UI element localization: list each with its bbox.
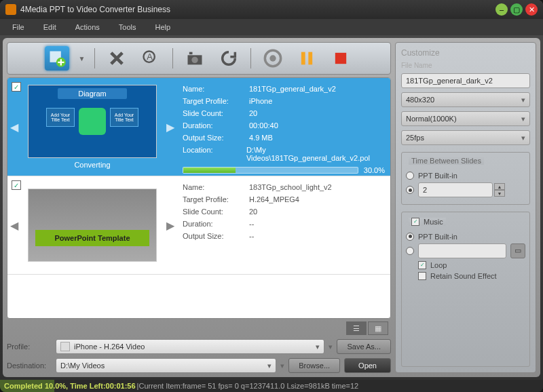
thumbnail-wrap: PowerPoint Template <box>21 176 164 274</box>
left-column: ▼ A ✓ ◀ <box>7 42 391 373</box>
music-browse-button[interactable]: ▭ <box>510 243 525 258</box>
profile-combo[interactable]: iPhone - H.264 Video <box>56 339 324 354</box>
custom-time-radio[interactable] <box>406 186 414 194</box>
refresh-button[interactable] <box>217 46 241 71</box>
thumbnail-wrap: Diagram Add Your Title Text Add Your Tit… <box>21 78 164 176</box>
label-slides: Slide Count: <box>183 208 244 216</box>
value-name: 183TGp_school_light_v2 <box>249 183 332 191</box>
bitrate-combo[interactable]: Normal(1000K) <box>401 111 530 126</box>
item-checkbox[interactable]: ✓ <box>12 82 21 92</box>
profile-label: Profile: <box>7 342 52 351</box>
label-size: Output Size: <box>183 134 244 142</box>
browse-button[interactable]: Browse... <box>288 358 340 373</box>
label-target: Target Profile: <box>183 195 244 203</box>
progress-percent: 30.0% <box>364 166 385 174</box>
time-between-group: Time Between Slides PPT Built-in 2 ▲▼ <box>401 152 530 205</box>
folder-icon: ▭ <box>514 246 521 255</box>
progress-bar <box>183 167 358 174</box>
music-file-input[interactable] <box>418 243 506 258</box>
thumb-title: Diagram <box>58 88 127 99</box>
ppt-builtin-label: PPT Built-in <box>418 172 457 180</box>
list-item[interactable]: ✓ ◀ PowerPoint Template ▶ Name:183TGp_sc… <box>7 176 390 275</box>
fps-combo[interactable]: 25fps <box>401 130 530 145</box>
thumb-cylinder <box>79 108 106 135</box>
file-name-input[interactable]: 181TGp_general_dark_v2 <box>401 73 530 88</box>
svg-rect-10 <box>309 52 313 65</box>
music-builtin-radio[interactable] <box>406 233 414 241</box>
resolution-combo[interactable]: 480x320 <box>401 92 530 107</box>
app-icon <box>5 4 16 15</box>
list-view-button[interactable]: ☰ <box>346 321 367 335</box>
minimize-button[interactable]: – <box>495 3 508 16</box>
phone-icon <box>60 342 70 351</box>
stop-button[interactable] <box>329 46 353 71</box>
label-name: Name: <box>183 85 244 93</box>
delete-button[interactable] <box>105 46 129 71</box>
thumbnail: PowerPoint Template <box>28 189 157 262</box>
time-input[interactable]: 2 <box>418 182 493 197</box>
menubar: File Edit Actions Tools Help <box>0 19 543 35</box>
destination-combo[interactable]: D:\My Videos <box>56 358 276 373</box>
music-group: Music PPT Built-in ▭ Loop Retain Sound E… <box>401 212 530 367</box>
value-size: 4.9 MB <box>249 134 273 142</box>
label-duration: Duration: <box>183 121 244 130</box>
file-name-label: File Name <box>401 62 530 69</box>
value-duration: -- <box>249 220 254 228</box>
menu-help[interactable]: Help <box>145 20 180 34</box>
status-current: |Current Item:frame= 51 fps= 0 q=1237411… <box>137 382 359 390</box>
music-check[interactable] <box>411 218 419 226</box>
value-target: iPhone <box>249 97 272 105</box>
loop-check[interactable] <box>418 261 426 269</box>
window-title: 4Media PPT to Video Converter Business <box>20 5 493 14</box>
progress-fill <box>183 168 236 173</box>
pause-button[interactable] <box>295 46 319 71</box>
label-name: Name: <box>183 183 244 191</box>
next-arrow[interactable]: ▶ <box>164 176 177 274</box>
thumbnail: Diagram Add Your Title Text Add Your Tit… <box>28 85 157 158</box>
destination-label: Destination: <box>7 361 52 370</box>
customize-title: Customize <box>401 48 530 58</box>
rename-button[interactable]: A <box>138 46 163 71</box>
form-area: Profile: iPhone - H.264 Video ▾ Save As.… <box>7 339 391 373</box>
spin-up[interactable]: ▲ <box>494 183 505 190</box>
ppt-builtin-radio[interactable] <box>406 172 414 180</box>
thumb-box: Add Your Title Text <box>46 108 75 127</box>
customize-panel: Customize File Name 181TGp_general_dark_… <box>395 42 536 373</box>
music-builtin-label: PPT Built-in <box>418 233 457 241</box>
open-button[interactable]: Open <box>344 358 391 373</box>
prev-arrow[interactable]: ◀ <box>7 78 21 176</box>
value-name: 181TGp_general_dark_v2 <box>249 85 336 93</box>
time-between-title: Time Between Slides <box>409 157 484 165</box>
toolbar: ▼ A <box>7 42 391 75</box>
save-as-button[interactable]: Save As... <box>337 339 391 354</box>
add-file-button[interactable] <box>45 46 69 71</box>
list-item[interactable]: ✓ ◀ Diagram Add Your Title Text Add Your… <box>7 78 390 176</box>
item-checkbox[interactable]: ✓ <box>12 180 21 190</box>
next-arrow[interactable]: ▶ <box>164 78 177 176</box>
value-slides: 20 <box>249 208 257 216</box>
music-label: Music <box>424 218 443 226</box>
music-file-radio[interactable] <box>406 247 414 255</box>
menu-edit[interactable]: Edit <box>34 20 66 34</box>
label-slides: Slide Count: <box>183 109 244 117</box>
retain-check[interactable] <box>418 272 426 280</box>
status-completed: Completed 10.0%, Time Left:00:01:56 <box>4 382 136 390</box>
prev-arrow[interactable]: ◀ <box>7 176 21 274</box>
thumb-text: PowerPoint Template <box>35 230 149 246</box>
close-button[interactable]: ✕ <box>525 3 538 16</box>
file-list: ✓ ◀ Diagram Add Your Title Text Add Your… <box>7 77 391 319</box>
value-location: D:\My Videos\181TGp_general_dark_v2.pol <box>246 146 385 162</box>
menu-actions[interactable]: Actions <box>66 20 109 34</box>
menu-file[interactable]: File <box>3 20 34 34</box>
item-details: Name:181TGp_general_dark_v2 Target Profi… <box>177 78 390 176</box>
grid-view-button[interactable]: ▦ <box>368 321 388 335</box>
svg-rect-6 <box>189 52 193 55</box>
item-status: Converting <box>74 161 110 169</box>
label-location: Location: <box>183 146 241 162</box>
camera-button[interactable] <box>183 46 207 71</box>
maximize-button[interactable]: ▢ <box>510 3 523 16</box>
spin-down[interactable]: ▼ <box>494 190 505 197</box>
label-target: Target Profile: <box>183 97 244 105</box>
record-button[interactable] <box>261 46 285 71</box>
menu-tools[interactable]: Tools <box>109 20 146 34</box>
